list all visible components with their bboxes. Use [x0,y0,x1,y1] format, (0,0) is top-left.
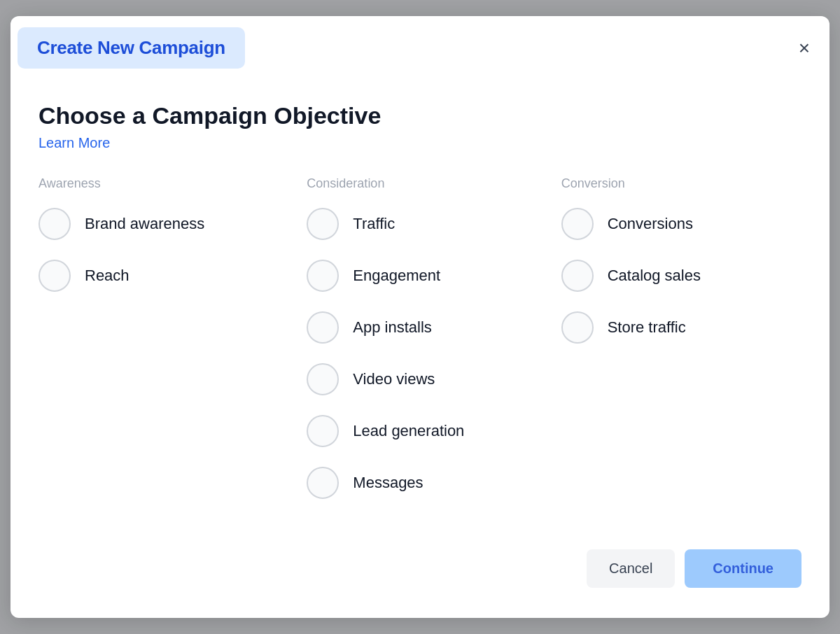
modal-footer: Cancel Continue [10,533,830,595]
modal-header: Create New Campaign × [10,16,830,80]
engagement-radio[interactable] [307,260,339,292]
conversions-radio[interactable] [561,208,594,240]
objectives-grid: Awareness Brand awareness Reach Consider… [38,176,802,519]
lead-generation-item[interactable]: Lead generation [307,415,533,447]
consideration-column: Consideration Traffic Engagement App ins… [293,176,547,519]
conversion-column-label: Conversion [561,176,788,191]
cancel-button[interactable]: Cancel [587,549,675,588]
close-button[interactable]: × [793,36,816,61]
engagement-label: Engagement [353,267,440,285]
conversions-item[interactable]: Conversions [561,208,788,240]
modal-title: Create New Campaign [37,37,225,58]
messages-item[interactable]: Messages [307,467,533,499]
traffic-radio[interactable] [307,208,339,240]
messages-radio[interactable] [307,467,339,499]
video-views-radio[interactable] [307,363,339,395]
reach-item[interactable]: Reach [38,260,279,292]
store-traffic-radio[interactable] [561,311,594,344]
store-traffic-item[interactable]: Store traffic [561,311,788,344]
conversions-label: Conversions [608,215,693,233]
consideration-column-label: Consideration [307,176,533,191]
catalog-sales-radio[interactable] [561,260,594,292]
modal-overlay: Create New Campaign × Choose a Campaign … [0,0,840,634]
traffic-label: Traffic [353,215,395,233]
lead-generation-label: Lead generation [353,422,464,440]
app-installs-item[interactable]: App installs [307,311,533,344]
brand-awareness-radio[interactable] [38,208,71,240]
lead-generation-radio[interactable] [307,415,339,447]
close-icon: × [799,38,810,58]
awareness-column: Awareness Brand awareness Reach [38,176,293,519]
app-installs-radio[interactable] [307,311,339,344]
traffic-item[interactable]: Traffic [307,208,533,240]
section-heading: Choose a Campaign Objective [38,102,802,129]
modal-body: Choose a Campaign Objective Learn More A… [10,80,830,533]
learn-more-link[interactable]: Learn More [38,135,110,150]
video-views-label: Video views [353,370,435,388]
app-installs-label: App installs [353,318,432,337]
store-traffic-label: Store traffic [608,318,686,337]
reach-radio[interactable] [38,260,71,292]
conversion-column: Conversion Conversions Catalog sales Sto… [547,176,802,519]
engagement-item[interactable]: Engagement [307,260,533,292]
reach-label: Reach [85,267,130,285]
video-views-item[interactable]: Video views [307,363,533,395]
messages-label: Messages [353,474,423,492]
brand-awareness-item[interactable]: Brand awareness [38,208,279,240]
modal-title-badge: Create New Campaign [18,27,245,69]
continue-button[interactable]: Continue [685,549,802,588]
catalog-sales-item[interactable]: Catalog sales [561,260,788,292]
brand-awareness-label: Brand awareness [85,215,204,233]
modal-dialog: Create New Campaign × Choose a Campaign … [10,16,830,618]
awareness-column-label: Awareness [38,176,279,191]
catalog-sales-label: Catalog sales [608,267,701,285]
